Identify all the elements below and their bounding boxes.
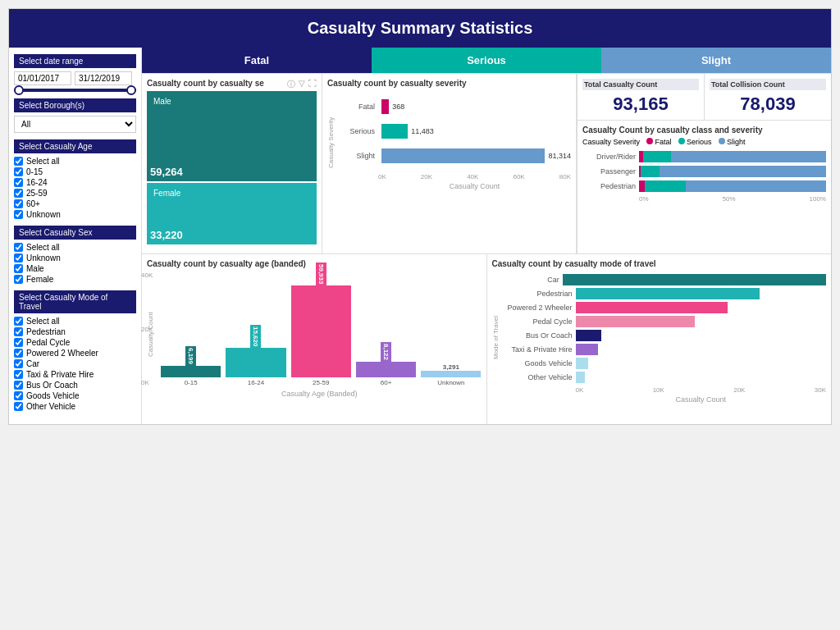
mode-bus-label: Bus Or Coach — [503, 331, 573, 340]
content-area: Fatal Serious Slight Casualty count by c… — [142, 48, 831, 424]
date-start-input[interactable] — [14, 71, 71, 85]
fatal-bar-row: Fatal 368 — [338, 99, 571, 114]
filter-icon[interactable]: ▽ — [299, 79, 305, 90]
age-fill-16-24 — [226, 348, 285, 377]
severity-serious-button[interactable]: Serious — [372, 48, 601, 73]
class-severity-title: Casualty Count by casualty class and sev… — [582, 126, 826, 135]
age-60plus[interactable]: 60+ — [14, 199, 136, 208]
y-40k: 40K — [141, 272, 153, 279]
casualty-sex-label: Select Casualty Sex — [14, 226, 136, 240]
mode-goods[interactable]: Goods Vehicle — [14, 391, 136, 400]
main-content: Select date range Select Borough(s) All — [9, 48, 831, 424]
age-bar-60plus: 8,122 60+ — [356, 342, 416, 386]
mode-select-all[interactable]: Select all — [14, 317, 136, 326]
male-label: Male — [150, 94, 313, 108]
x-axis-0k: 0K — [378, 173, 386, 180]
slight-bar-row: Slight 81,314 — [338, 148, 571, 163]
severity-slight-button[interactable]: Slight — [601, 48, 831, 73]
slider-thumb-right[interactable] — [126, 85, 136, 95]
severity-fatal-button[interactable]: Fatal — [142, 48, 372, 73]
date-range-section: Select date range — [14, 54, 136, 92]
mode-pedestrian[interactable]: Pedestrian — [14, 327, 136, 336]
driver-label: Driver/Rider — [582, 153, 636, 161]
age-25-59[interactable]: 25-59 — [14, 189, 136, 198]
female-label: Female — [150, 186, 313, 200]
severity-x-axis: 0K 20K 40K 60K 80K — [378, 173, 571, 180]
mode-bus-bar — [576, 330, 602, 341]
date-end-input[interactable] — [75, 71, 132, 85]
total-collision-label: Total Collision Count — [710, 79, 826, 90]
mode-taxi-label: Taxi & Private Hire — [503, 345, 573, 354]
male-bar: Male 59,264 — [147, 91, 317, 181]
age-fill-25-59 — [291, 285, 351, 377]
age-bar-unknown: 3,291 Unknown — [421, 363, 481, 386]
mode-p2w-bar — [576, 302, 728, 313]
slight-bar-container: Slight 81,314 — [338, 148, 571, 163]
age-fill-0-15 — [161, 366, 221, 377]
severity-y-label: Casualty Severity — [327, 94, 335, 190]
total-collision-value: 78,039 — [710, 94, 826, 115]
sex-unknown[interactable]: Unknown — [14, 253, 136, 262]
female-value: 33,220 — [150, 229, 313, 241]
date-row — [14, 71, 136, 85]
pedestrian-slight-seg — [686, 180, 826, 192]
mode-pedestrian: Pedestrian — [503, 288, 827, 299]
sex-select-all[interactable]: Select all — [14, 243, 136, 252]
mode-car-bar — [563, 274, 826, 285]
sex-male[interactable]: Male — [14, 264, 136, 273]
mode-x-label: Casualty Count — [576, 395, 827, 404]
mode-taxi[interactable]: Taxi & Private Hire — [14, 370, 136, 379]
sex-female[interactable]: Female — [14, 275, 136, 284]
casualty-age-label: Select Casualty Age — [14, 139, 136, 153]
age-label-unknown: Unknown — [437, 379, 464, 386]
borough-section: Select Borough(s) All — [14, 98, 136, 133]
borough-select[interactable]: All — [14, 116, 136, 133]
x-axis-40k: 40K — [467, 173, 478, 180]
mode-pedal: Pedal Cycle — [503, 316, 827, 327]
severity-chart-inner: Casualty Severity Fatal 368 — [327, 94, 571, 190]
pedestrian-label: Pedestrian — [582, 182, 636, 190]
total-casualty-box: Total Casualty Count 93,165 — [578, 74, 705, 120]
expand-icon[interactable]: ⛶ — [308, 79, 317, 90]
mode-goods-label: Goods Vehicle — [503, 359, 573, 368]
mode-goods-bar — [576, 358, 589, 369]
mode-other[interactable]: Other Vehicle — [14, 402, 136, 411]
serious-bar-label: Serious — [338, 127, 375, 135]
serious-bar-row: Serious 11,483 — [338, 124, 571, 139]
age-16-24[interactable]: 16-24 — [14, 178, 136, 187]
mode-car[interactable]: Car — [14, 359, 136, 368]
mode-pedal-label: Pedal Cycle — [503, 317, 573, 326]
y-20k: 20K — [141, 326, 153, 333]
mode-x-axis: 0K 10K 20K 30K — [576, 386, 827, 394]
age-label-0-15: 0-15 — [185, 379, 198, 386]
age-unknown[interactable]: Unknown — [14, 210, 136, 219]
sex-chart-panel: Casualty count by casualty se ⓘ ▽ ⛶ Male… — [142, 74, 322, 253]
age-0-15[interactable]: 0-15 — [14, 167, 136, 176]
class-severity-panel: Casualty Count by casualty class and sev… — [578, 121, 831, 253]
slight-bar-track: 81,314 — [381, 148, 571, 163]
mode-powered2: Powered 2 Wheeler — [503, 302, 827, 313]
severity-bar: Fatal Serious Slight — [142, 48, 831, 74]
mode-powered-2[interactable]: Powered 2 Wheeler — [14, 349, 136, 358]
page-title: Casualty Summary Statistics — [9, 9, 831, 48]
casualty-age-section: Select Casualty Age Select all 0-15 16-2… — [14, 139, 136, 219]
mode-car-label: Car — [503, 276, 559, 284]
x-axis-80k: 80K — [559, 173, 571, 180]
age-label-16-24: 16-24 — [248, 379, 264, 386]
mode-bus[interactable]: Bus Or Coach — [14, 381, 136, 390]
age-val-25-59: 59,933 — [316, 262, 326, 285]
bottom-charts-row: Casualty count by casualty age (banded) … — [142, 254, 831, 424]
age-select-all[interactable]: Select all — [14, 157, 136, 166]
slider-thumb-left[interactable] — [14, 85, 24, 95]
fatal-bar-fill — [381, 99, 389, 114]
mode-other-bar — [576, 372, 586, 383]
info-icon[interactable]: ⓘ — [287, 79, 295, 90]
fatal-bar-value: 368 — [392, 103, 404, 111]
mode-taxi-bar — [576, 344, 599, 355]
total-collision-box: Total Collision Count 78,039 — [705, 74, 831, 120]
mode-pedal-cycle[interactable]: Pedal Cycle — [14, 338, 136, 347]
serious-bar-fill — [381, 124, 408, 139]
age-bar-25-59: 59,933 25-59 — [291, 262, 351, 386]
age-label-25-59: 25-59 — [313, 379, 329, 386]
driver-bars — [639, 151, 826, 162]
